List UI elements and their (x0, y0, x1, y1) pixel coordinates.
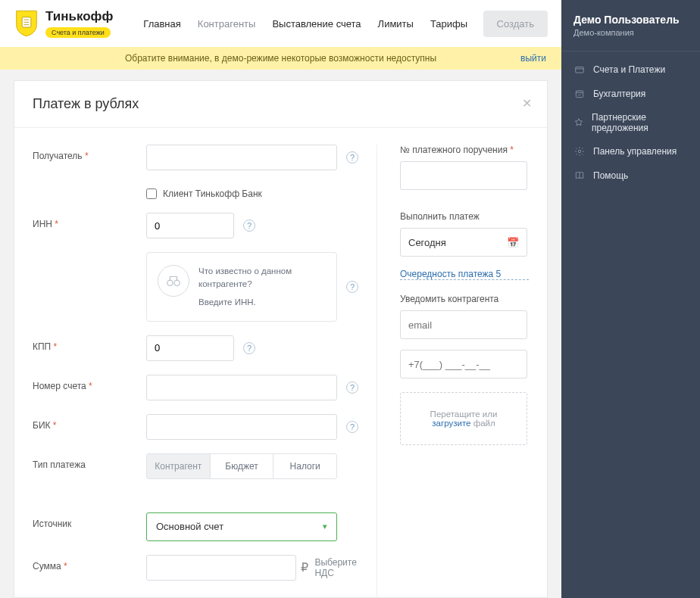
row-source: Источник Основной счет ▾ (33, 512, 358, 541)
label-recipient: Получатель * (33, 145, 146, 161)
nav-limits[interactable]: Лимиты (378, 18, 414, 30)
label-inn: ИНН * (33, 213, 146, 229)
label-ptype: Тип платежа (33, 453, 146, 470)
row-bik: БИК * ? (33, 414, 358, 440)
label-source: Источник (33, 512, 146, 529)
gear-icon (573, 145, 586, 157)
svg-rect-1 (576, 91, 583, 98)
drop-text-a: Перетащите или (430, 410, 498, 419)
brand-name: Тинькофф (45, 9, 113, 24)
priority-link[interactable]: Очередность платежа 5 (400, 269, 529, 280)
order-no-input[interactable] (400, 161, 527, 190)
demo-notice-bar: Обратите внимание, в демо-режиме некотор… (0, 47, 561, 70)
client-tinkoff-checkbox[interactable] (146, 188, 157, 199)
label-notify: Уведомить контрагента (400, 294, 529, 304)
user-name: Демо Пользователь (573, 14, 688, 26)
source-select[interactable]: Основной счет ▾ (146, 512, 337, 541)
sidebar-item-help[interactable]: Помощь (561, 164, 700, 188)
sidebar-user: Демо Пользователь Демо-компания (561, 14, 700, 51)
exit-link[interactable]: выйти (520, 53, 546, 64)
sidebar-item-label: Счета и Платежи (593, 64, 665, 75)
bik-input[interactable] (146, 414, 337, 440)
top-header: Тинькофф Счета и платежи Главная Контраг… (0, 0, 561, 47)
wallet-icon (573, 64, 586, 76)
help-icon[interactable]: ? (346, 151, 358, 164)
help-icon[interactable]: ? (346, 421, 358, 433)
notice-text: Обратите внимание, в демо-режиме некотор… (125, 53, 436, 64)
nav-billing[interactable]: Выставление счета (272, 18, 361, 30)
book-icon (573, 170, 586, 182)
label-kpp: КПП * (33, 335, 146, 352)
sidebar-menu: Счета и Платежи Бухгалтерия Партнерские … (561, 51, 700, 188)
sidebar-item-label: Помощь (593, 170, 628, 181)
sidebar-item-control[interactable]: Панель управления (561, 139, 700, 164)
form-wrap: Получатель * ? Клиент Тинькофф Банк ИНН … (14, 128, 547, 598)
row-payment-type: Тип платежа Контрагент Бюджет Налоги (33, 453, 358, 479)
sidebar-item-accounts[interactable]: Счета и Платежи (561, 58, 700, 82)
row-inn: ИНН * ? (33, 213, 358, 238)
drop-text-c: файл (470, 419, 495, 428)
brand-sub: Счета и платежи (45, 27, 111, 38)
help-icon[interactable]: ? (346, 281, 358, 293)
close-icon[interactable]: ✕ (522, 96, 532, 111)
logo-shield-icon (14, 8, 39, 39)
help-icon[interactable]: ? (243, 220, 255, 232)
page-title-text: Платеж в рублях (33, 96, 139, 111)
file-drop-zone[interactable]: Перетащите или загрузите файл (400, 392, 527, 445)
label-bik: БИК * (33, 414, 146, 431)
label-order-no: № платежного поручения * (400, 145, 529, 155)
nav-main[interactable]: Главная (143, 18, 180, 30)
seg-tax[interactable]: Налоги (273, 454, 336, 478)
sum-input[interactable] (146, 555, 296, 581)
seg-budget[interactable]: Бюджет (210, 454, 273, 478)
execute-date-picker[interactable]: Сегодня 📅 (400, 228, 527, 257)
recipient-input[interactable] (146, 145, 337, 170)
binoculars-icon (158, 265, 189, 297)
source-value: Основной счет (156, 521, 223, 532)
label-sum: Сумма * (33, 555, 146, 572)
payment-panel: Платеж в рублях ✕ Получатель * ? Клиент … (14, 80, 548, 598)
notify-phone-input[interactable] (400, 350, 527, 378)
svg-point-5 (174, 280, 180, 285)
top-nav: Главная Контрагенты Выставление счета Ли… (143, 18, 483, 30)
vat-select-link[interactable]: Выберите НДС (314, 557, 358, 578)
label-execute: Выполнить платеж (400, 211, 529, 222)
svg-point-4 (167, 280, 173, 285)
currency-symbol: ₽ (301, 560, 308, 575)
sidebar-item-accounting[interactable]: Бухгалтерия (561, 82, 700, 106)
right-sidebar: Демо Пользователь Демо-компания Счета и … (561, 0, 700, 598)
create-button[interactable]: Создать (483, 11, 548, 37)
calendar-icon (573, 88, 586, 100)
drop-upload-link: загрузите (432, 419, 470, 428)
svg-point-2 (578, 150, 581, 153)
inn-input[interactable] (146, 213, 234, 238)
chevron-down-icon: ▾ (323, 522, 327, 531)
row-recipient: Получатель * ? (33, 145, 358, 170)
help-icon[interactable]: ? (346, 382, 358, 394)
date-value: Сегодня (408, 237, 446, 248)
row-info-card: Что известно о данном контрагенте? Введи… (33, 252, 358, 322)
row-sum: Сумма * ₽ Выберите НДС (33, 555, 358, 581)
account-input[interactable] (146, 375, 337, 400)
user-company: Демо-компания (573, 28, 688, 37)
nav-contractors[interactable]: Контрагенты (198, 18, 256, 30)
contractor-info-card: Что известно о данном контрагенте? Введи… (146, 252, 337, 322)
nav-tariffs[interactable]: Тарифы (430, 18, 467, 30)
payment-type-segment: Контрагент Бюджет Налоги (146, 453, 337, 479)
calendar-icon: 📅 (507, 237, 519, 248)
sidebar-item-partners[interactable]: Партнерские предложения (561, 106, 700, 139)
help-icon[interactable]: ? (243, 342, 255, 354)
client-tinkoff-label: Клиент Тинькофф Банк (163, 188, 262, 199)
notify-email-input[interactable] (400, 310, 527, 339)
sidebar-item-label: Бухгалтерия (593, 89, 645, 99)
logo-text: Тинькофф Счета и платежи (45, 9, 113, 38)
row-kpp: КПП * ? (33, 335, 358, 361)
sidebar-item-label: Панель управления (593, 146, 677, 157)
logo[interactable]: Тинькофф Счета и платежи (14, 8, 113, 39)
form-right-col: № платежного поручения * Выполнить плате… (377, 145, 529, 598)
form-left-col: Получатель * ? Клиент Тинькофф Банк ИНН … (33, 145, 358, 598)
kpp-input[interactable] (146, 335, 234, 361)
page-title: Платеж в рублях ✕ (14, 81, 547, 128)
sidebar-item-label: Партнерские предложения (592, 112, 688, 133)
seg-contractor[interactable]: Контрагент (147, 454, 210, 478)
